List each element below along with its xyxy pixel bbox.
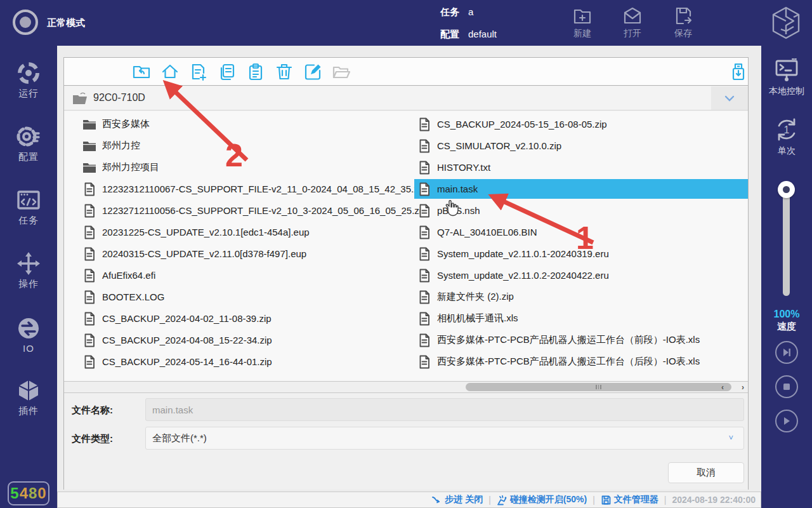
file-list-item[interactable]: CS_BACKUP_2024-05-14_16-44-01.zip [79, 352, 414, 371]
file-name: main.task [437, 184, 478, 194]
status-timestamp: 2024-08-19 22:40:00 [672, 495, 756, 505]
open-folder-button[interactable] [332, 62, 351, 81]
file-list-item[interactable]: Q7-AL_30410EL06.BIN [414, 222, 748, 242]
folder-up-button[interactable] [132, 62, 151, 81]
file-list-item[interactable]: 西安多媒体-PTC-PCB产品机器人搬运工作台（后段）-IO表.xls [414, 352, 748, 371]
local-control-terminal-icon [773, 56, 801, 84]
step-next-button[interactable] [775, 341, 798, 364]
file-manager-toolbar [64, 58, 748, 86]
file-list-item[interactable]: BOOTEX.LOG [79, 287, 414, 307]
sidebar-item-operate[interactable]: 操作 [0, 250, 57, 290]
file-manager-status-label: 文件管理器 [614, 494, 658, 505]
speed-slider-knob[interactable] [778, 181, 795, 198]
file-list-item[interactable]: pBUS.nsh [414, 201, 748, 220]
scrollbar-thumb[interactable] [466, 383, 731, 391]
file-name: 相机机械手通讯.xls [437, 312, 518, 324]
delete-button[interactable] [275, 62, 294, 81]
home-icon [160, 62, 180, 81]
file-list-item[interactable]: HISTORY.txt [414, 157, 748, 177]
file-icon [417, 203, 432, 218]
file-name: CS_SIMULATOR_v2.10.0.zip [437, 140, 561, 151]
file-icon [417, 290, 432, 305]
trash-icon [275, 62, 294, 81]
file-icon [417, 354, 432, 370]
collision-status[interactable]: 碰撞检测开启(50%) [497, 494, 587, 505]
open-label: 打开 [615, 28, 650, 39]
file-list-item[interactable]: CS_BACKUP_2024-04-02_11-08-39.zip [79, 309, 414, 328]
file-name: pBUS.nsh [437, 205, 480, 216]
new-task-button[interactable]: 新建 [565, 5, 600, 39]
filetype-select[interactable]: 全部文件(*.*) ˅ [145, 427, 744, 450]
file-list-item[interactable]: 20231225-CS_UPDATE_v2.10.1[edc1-454a].eu… [79, 222, 414, 242]
new-file-button[interactable] [189, 62, 208, 81]
file-list-item[interactable]: 西安多媒体-PTC-PCB产品机器人搬运工作台（前段）-IO表.xls [414, 330, 748, 350]
file-manager-status[interactable]: 文件管理器 [601, 494, 658, 505]
usb-device-button[interactable] [729, 62, 748, 81]
task-indicator: 任务a [440, 6, 473, 18]
file-name: System_update_v2.11.0.1-20240319.eru [437, 248, 609, 259]
file-name: Q7-AL_30410EL06.BIN [437, 227, 537, 237]
file-list-item[interactable]: 相机机械手通讯.xls [414, 309, 748, 328]
file-icon [417, 333, 432, 348]
file-name: BOOTEX.LOG [102, 291, 164, 302]
stop-button[interactable] [775, 375, 798, 398]
paste-button[interactable] [246, 62, 265, 81]
file-list: 西安多媒体 郑州力控 郑州力控项目 12232312110067-CS_SUPP… [64, 111, 748, 381]
speed-slider-track[interactable] [783, 193, 790, 296]
file-list-item[interactable]: 新建文件夹 (2).zip [414, 287, 748, 307]
file-list-item[interactable]: System_update_v2.11.0.2-20240422.eru [414, 265, 748, 285]
filename-input[interactable] [145, 398, 744, 421]
file-list-item[interactable]: AfuEfix64.efi [79, 265, 414, 285]
play-button[interactable] [775, 410, 798, 432]
single-run-button[interactable]: 1 单次 [761, 116, 812, 157]
left-sidebar: 运行 配置 任务 操作 [0, 46, 57, 508]
task-label: 任务 [440, 6, 459, 17]
sidebar-item-run[interactable]: 运行 [0, 60, 57, 100]
play-icon [782, 416, 792, 426]
sidebar-item-task[interactable]: 任务 [0, 187, 57, 227]
file-name: CS_BACKUP_2024-05-14_16-44-01.zip [102, 356, 272, 367]
scroll-right-arrow[interactable]: › [739, 383, 747, 392]
sidebar-item-plugin[interactable]: 插件 [0, 377, 57, 417]
file-icon [82, 182, 97, 197]
file-list-item[interactable]: CS_BACKUP_2024-05-15_16-08-05.zip [414, 114, 748, 134]
config-indicator: 配置default [440, 29, 497, 41]
file-name: 西安多媒体-PTC-PCB产品机器人搬运工作台（后段）-IO表.xls [437, 356, 700, 368]
horizontal-scrollbar[interactable]: ‹ › [64, 381, 748, 393]
sidebar-item-io[interactable]: IO [0, 315, 57, 354]
open-folder-icon [332, 62, 351, 81]
rename-button[interactable] [303, 62, 322, 81]
scroll-left-arrow[interactable]: ‹ [719, 383, 726, 392]
open-button[interactable]: 打开 [615, 5, 650, 39]
save-button[interactable]: 保存 [665, 5, 701, 39]
config-value: default [468, 29, 497, 39]
file-list-item[interactable]: main.task [414, 179, 748, 199]
file-list-item[interactable]: System_update_v2.11.0.1-20240319.eru [414, 244, 748, 264]
file-list-item[interactable]: 西安多媒体 [79, 114, 414, 134]
file-icon [417, 117, 432, 132]
path-dropdown-toggle[interactable] [711, 86, 748, 110]
file-list-item[interactable]: 12232712110056-CS_SUPPORT_FILE-v2_10_3-2… [79, 201, 414, 220]
file-name: CS_BACKUP_2024-04-02_11-08-39.zip [102, 313, 272, 324]
folder-icon [82, 117, 97, 132]
file-list-item[interactable]: CS_SIMULATOR_v2.10.0.zip [414, 136, 748, 156]
step-status-label: 步进 关闭 [445, 494, 483, 505]
file-name: 西安多媒体-PTC-PCB产品机器人搬运工作台（前段）-IO表.xls [437, 334, 700, 346]
file-list-item[interactable]: 郑州力控 [79, 136, 414, 156]
counter-digit: 5 [10, 485, 19, 502]
path-dropdown[interactable]: 92C0-710D [64, 86, 748, 110]
file-list-item[interactable]: 郑州力控项目 [79, 157, 414, 177]
local-control-button[interactable]: 本地控制 [761, 56, 812, 97]
cancel-button[interactable]: 取消 [668, 462, 744, 483]
step-status[interactable]: 步进 关闭 [431, 494, 483, 505]
local-control-label: 本地控制 [761, 86, 812, 97]
file-icon [82, 311, 97, 326]
file-list-item[interactable]: 12232312110067-CS_SUPPORT_FILE-v2_11_0-2… [79, 179, 414, 199]
chevron-down-icon: ˅ [728, 427, 733, 449]
home-button[interactable] [160, 62, 180, 81]
copy-button[interactable] [218, 62, 237, 81]
file-list-item[interactable]: 20240315-CS_UPDATE_v2.11.0[d378-f497].eu… [79, 244, 414, 264]
single-loop-icon: 1 [773, 116, 801, 144]
sidebar-item-config[interactable]: 配置 [0, 123, 57, 163]
file-list-item[interactable]: CS_BACKUP_2024-04-08_15-22-34.zip [79, 330, 414, 350]
